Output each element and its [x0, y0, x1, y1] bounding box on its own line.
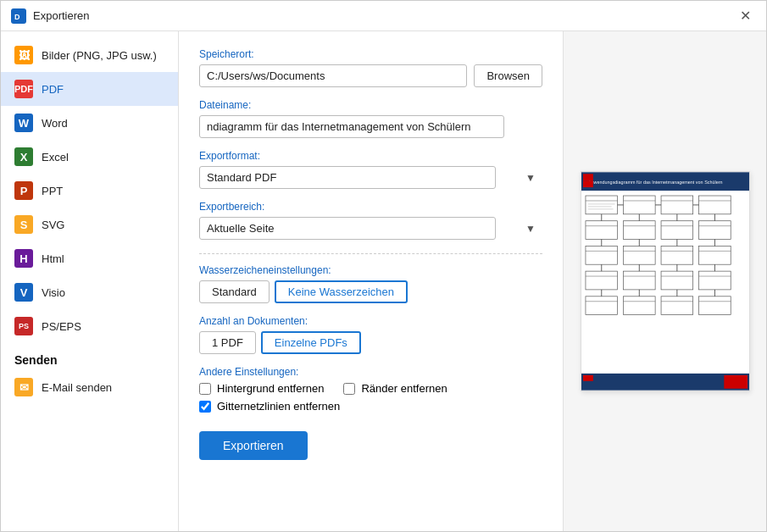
bilder-icon: 🖼: [14, 46, 33, 64]
main-panel: Speicherort: Browsen Dateiname: Exportfo…: [179, 31, 563, 531]
svg-rect-16: [623, 221, 655, 240]
export-dialog: D Exportieren ✕ 🖼 Bilder (PNG, JPG usw.)…: [0, 0, 767, 532]
exportformat-arrow-icon: ▼: [525, 172, 536, 184]
window-title: Exportieren: [33, 9, 89, 22]
svg-rect-34: [661, 271, 693, 290]
title-bar-left: D Exportieren: [11, 8, 89, 24]
excel-icon: X: [14, 147, 33, 166]
sidebar-label-ppt: PPT: [42, 185, 63, 197]
exportbereich-label: Exportbereich:: [199, 201, 542, 213]
dateiname-row: [199, 115, 542, 138]
close-button[interactable]: ✕: [735, 6, 756, 25]
email-icon: ✉: [14, 378, 33, 396]
speicherort-label: Speicherort:: [199, 48, 542, 60]
btn-einzelne-pdfs[interactable]: Einzelne PDFs: [261, 331, 361, 354]
sidebar-label-bilder: Bilder (PNG, JPG usw.): [42, 49, 157, 62]
exportbereich-select[interactable]: Aktuelle Seite Alle Seiten Auswahl: [199, 217, 496, 240]
svg-rect-69: [582, 375, 592, 381]
cb-hintergrund-label: Hintergrund entfernen: [217, 382, 324, 395]
svg-rect-36: [698, 271, 731, 290]
speicherort-input[interactable]: [199, 64, 467, 87]
cb-gitternetz-label: Gitternetzlinien entfernen: [217, 400, 340, 413]
cb-gitternetz[interactable]: [199, 401, 211, 413]
speicherort-row: Browsen: [199, 64, 542, 87]
exportbereich-arrow-icon: ▼: [525, 223, 536, 235]
cb-hintergrund[interactable]: [199, 383, 211, 395]
svg-rect-28: [698, 246, 731, 264]
svg-text:D: D: [14, 13, 20, 21]
btn-1pdf[interactable]: 1 PDF: [199, 331, 256, 354]
cb-raender-label: Ränder entfernen: [361, 382, 447, 395]
main-content: 🖼 Bilder (PNG, JPG usw.) PDF PDF W Word …: [1, 31, 766, 531]
wasserzeichen-buttons: Standard Keine Wasserzeichen: [199, 280, 542, 303]
sidebar-item-visio[interactable]: V Visio: [1, 275, 178, 309]
svg-rect-8: [623, 196, 655, 214]
dateiname-input[interactable]: [199, 115, 504, 138]
preview-panel: Anwendungsdiagramm für das Internetmanag…: [563, 31, 766, 531]
sidebar-label-email: E-Mail senden: [42, 381, 112, 394]
sidebar-label-pseps: PS/EPS: [42, 320, 81, 333]
app-icon: D: [11, 8, 26, 24]
ppt-icon: P: [14, 181, 33, 200]
svg-rect-70: [724, 375, 748, 389]
sidebar-label-word: Word: [42, 117, 68, 130]
sidebar-item-pseps[interactable]: PS PS/EPS: [1, 309, 178, 343]
svg-rect-42: [661, 296, 693, 315]
svg-rect-44: [698, 296, 731, 315]
cb-gitternetz-row: Gitternetzlinien entfernen: [199, 400, 542, 413]
sidebar: 🖼 Bilder (PNG, JPG usw.) PDF PDF W Word …: [1, 31, 179, 531]
svg-rect-4: [582, 174, 592, 180]
sidebar-label-html: Html: [42, 252, 64, 265]
svg-rect-20: [698, 221, 731, 240]
exportformat-wrap: Standard PDF PDF/A PDF/X ▼: [199, 166, 542, 189]
word-icon: W: [14, 114, 33, 132]
svg-rect-26: [661, 246, 693, 264]
dateiname-label: Dateiname:: [199, 99, 542, 111]
sidebar-item-email[interactable]: ✉ E-Mail senden: [1, 370, 178, 404]
svg-rect-18: [661, 221, 693, 240]
exportformat-select[interactable]: Standard PDF PDF/A PDF/X: [199, 166, 496, 189]
send-section-title: Senden: [1, 343, 178, 370]
sidebar-label-pdf: PDF: [42, 83, 64, 96]
andere-einstellungen-label: Andere Einstellungen:: [199, 366, 542, 378]
title-bar: D Exportieren ✕: [1, 1, 766, 31]
svg-rect-14: [585, 221, 617, 240]
svg-rect-12: [698, 196, 731, 214]
export-button[interactable]: Exportieren: [199, 431, 308, 460]
visio-icon: V: [14, 283, 33, 302]
divider: [199, 253, 542, 254]
sidebar-label-excel: Excel: [42, 151, 69, 163]
cb-raender[interactable]: [343, 383, 355, 395]
svg-icon: S: [14, 215, 33, 234]
sidebar-label-svg: SVG: [42, 219, 64, 231]
svg-rect-68: [581, 374, 749, 391]
sidebar-item-html[interactable]: H Html: [1, 241, 178, 275]
sidebar-label-visio: Visio: [42, 286, 65, 299]
sidebar-item-pdf[interactable]: PDF PDF: [1, 72, 178, 106]
sidebar-item-svg[interactable]: S SVG: [1, 208, 178, 241]
svg-rect-32: [623, 271, 655, 290]
diagram-preview: Anwendungsdiagramm für das Internetmanag…: [581, 172, 749, 391]
exportformat-label: Exportformat:: [199, 150, 542, 162]
sidebar-item-excel[interactable]: X Excel: [1, 140, 178, 174]
anzahl-label: Anzahl an Dokumenten:: [199, 315, 542, 327]
pseps-icon: PS: [14, 317, 33, 335]
svg-rect-30: [585, 271, 617, 290]
wasserzeichen-label: Wasserzeicheneinstellungen:: [199, 264, 542, 276]
html-icon: H: [14, 249, 33, 268]
svg-rect-24: [623, 246, 655, 264]
sidebar-item-word[interactable]: W Word: [1, 106, 178, 140]
svg-rect-5: [582, 180, 592, 187]
svg-rect-38: [585, 296, 617, 315]
sidebar-item-ppt[interactable]: P PPT: [1, 174, 178, 208]
btn-keine-wasserzeichen[interactable]: Keine Wasserzeichen: [275, 280, 408, 303]
exportbereich-wrap: Aktuelle Seite Alle Seiten Auswahl ▼: [199, 217, 542, 240]
svg-rect-6: [585, 196, 617, 214]
pdf-icon: PDF: [14, 80, 33, 98]
btn-standard[interactable]: Standard: [199, 280, 270, 303]
sidebar-item-bilder[interactable]: 🖼 Bilder (PNG, JPG usw.): [1, 38, 178, 72]
anzahl-buttons: 1 PDF Einzelne PDFs: [199, 331, 542, 354]
svg-rect-40: [623, 296, 655, 315]
browse-button[interactable]: Browsen: [474, 64, 542, 87]
cb-hintergrund-row: Hintergrund entfernen Ränder entfernen: [199, 382, 542, 395]
